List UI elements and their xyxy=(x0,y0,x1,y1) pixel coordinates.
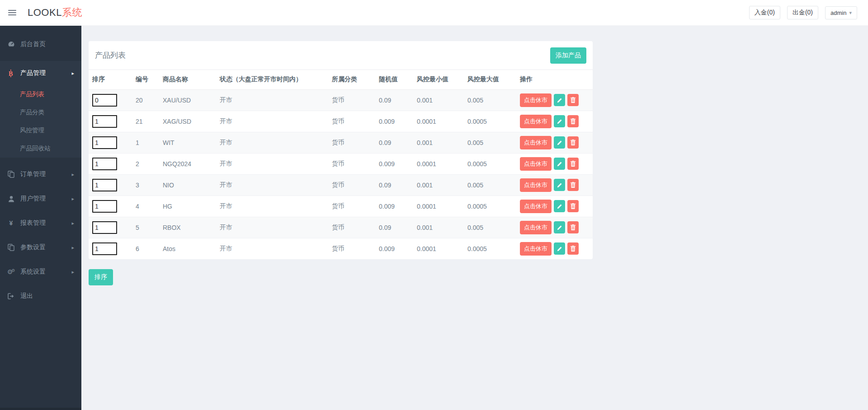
gears-icon: ⚙⚙ xyxy=(7,269,15,275)
sidebar-item-label: 退出 xyxy=(20,292,33,300)
user-menu[interactable]: admin ▾ xyxy=(825,6,857,19)
sidebar-item-label: 报表管理 xyxy=(20,219,46,227)
sort-input[interactable] xyxy=(92,158,117,170)
sort-input[interactable] xyxy=(92,94,117,107)
product-category: 货币 xyxy=(328,196,375,217)
edit-button[interactable] xyxy=(554,242,565,255)
row-actions: 点击休市 xyxy=(520,175,589,196)
caret-right-icon: ▸ xyxy=(71,196,74,202)
edit-button[interactable] xyxy=(554,200,565,212)
product-category: 货币 xyxy=(328,111,375,132)
sidebar-item-product-category[interactable]: 产品分类 xyxy=(0,103,81,121)
menu-toggle-icon[interactable] xyxy=(8,9,16,17)
sidebar-item-product-recycle[interactable]: 产品回收站 xyxy=(0,140,81,158)
sidebar-item-dashboard[interactable]: 后台首页 xyxy=(0,32,81,56)
delete-button[interactable] xyxy=(567,179,579,191)
deposit-button[interactable]: 入金(0) xyxy=(749,6,780,19)
caret-right-icon: ▸ xyxy=(71,220,74,226)
bitcoin-icon: B xyxy=(7,70,15,77)
risk-min-value: 0.001 xyxy=(413,174,464,196)
trash-icon xyxy=(571,118,576,124)
delete-button[interactable] xyxy=(567,158,579,170)
product-name: HG xyxy=(159,196,216,217)
row-actions: 点击休市 xyxy=(520,90,589,111)
random-value: 0.009 xyxy=(375,111,413,132)
sort-input[interactable] xyxy=(92,200,117,213)
edit-button[interactable] xyxy=(554,221,565,233)
header-actions: 入金(0) 出金(0) admin ▾ xyxy=(749,6,857,19)
random-value: 0.09 xyxy=(375,174,413,196)
delete-button[interactable] xyxy=(567,94,579,106)
sidebar-item-product-management[interactable]: B 产品管理 ▸ xyxy=(0,61,81,85)
sort-input[interactable] xyxy=(92,179,117,191)
sidebar-item-label: 产品管理 xyxy=(20,69,46,77)
pencil-icon xyxy=(557,204,562,209)
delete-button[interactable] xyxy=(567,115,579,127)
sidebar-item-product-list[interactable]: 产品列表 xyxy=(0,85,81,103)
risk-min-value: 0.001 xyxy=(413,132,464,153)
risk-max-value: 0.0005 xyxy=(464,196,516,217)
sidebar-item-orders[interactable]: 订单管理 ▸ xyxy=(0,162,81,186)
sort-input[interactable] xyxy=(92,242,117,255)
trash-icon xyxy=(571,140,576,145)
risk-max-value: 0.0005 xyxy=(464,153,516,174)
sidebar: 后台首页 B 产品管理 ▸ 产品列表 产品分类 风控管理 产品回收站 xyxy=(0,26,81,410)
trash-icon xyxy=(571,203,576,209)
table-row: 6 Atos 开市 货币 0.009 0.0001 0.0005 点击休市 xyxy=(89,238,593,259)
trash-icon xyxy=(571,182,576,188)
product-id: 20 xyxy=(132,89,159,111)
toggle-market-button[interactable]: 点击休市 xyxy=(520,178,552,192)
sidebar-item-risk-management[interactable]: 风控管理 xyxy=(0,121,81,140)
col-header-random: 随机值 xyxy=(375,70,413,89)
pencil-icon xyxy=(557,98,562,103)
product-id: 1 xyxy=(132,132,159,153)
row-actions: 点击休市 xyxy=(520,132,589,153)
toggle-market-button[interactable]: 点击休市 xyxy=(520,200,552,213)
edit-button[interactable] xyxy=(554,136,565,149)
sort-input[interactable] xyxy=(92,115,117,128)
sort-input[interactable] xyxy=(92,221,117,234)
product-status: 开市 xyxy=(216,238,328,259)
risk-max-value: 0.005 xyxy=(464,217,516,238)
toggle-market-button[interactable]: 点击休市 xyxy=(520,221,552,234)
edit-button[interactable] xyxy=(554,158,565,170)
trash-icon xyxy=(571,97,576,103)
toggle-market-button[interactable]: 点击休市 xyxy=(520,115,552,128)
sidebar-item-system-settings[interactable]: ⚙⚙ 系统设置 ▸ xyxy=(0,260,81,284)
product-category: 货币 xyxy=(328,89,375,111)
delete-button[interactable] xyxy=(567,200,579,212)
col-header-name: 商品名称 xyxy=(159,70,216,89)
delete-button[interactable] xyxy=(567,242,579,255)
toggle-market-button[interactable]: 点击休市 xyxy=(520,136,552,149)
product-status: 开市 xyxy=(216,89,328,111)
sidebar-item-parameters[interactable]: 参数设置 ▸ xyxy=(0,235,81,260)
toggle-market-button[interactable]: 点击休市 xyxy=(520,242,552,256)
sidebar-item-label: 后台首页 xyxy=(20,40,46,48)
withdraw-button[interactable]: 出金(0) xyxy=(787,6,818,19)
sidebar-item-users[interactable]: 用户管理 ▸ xyxy=(0,186,81,211)
edit-button[interactable] xyxy=(554,94,565,106)
toggle-market-button[interactable]: 点击休市 xyxy=(520,93,552,107)
risk-min-value: 0.0001 xyxy=(413,153,464,174)
dashboard-icon xyxy=(7,41,15,48)
product-id: 5 xyxy=(132,217,159,238)
top-header: LOOKL系统 入金(0) 出金(0) admin ▾ xyxy=(0,0,868,26)
edit-button[interactable] xyxy=(554,115,565,127)
sidebar-item-reports[interactable]: ¥ 报表管理 ▸ xyxy=(0,211,81,235)
product-status: 开市 xyxy=(216,153,328,174)
sort-button[interactable]: 排序 xyxy=(89,269,113,285)
product-status: 开市 xyxy=(216,217,328,238)
product-table-body: 20 XAU/USD 开市 货币 0.09 0.001 0.005 点击休市 xyxy=(89,89,593,259)
col-header-risk-min: 风控最小值 xyxy=(413,70,464,89)
sidebar-item-logout[interactable]: 退出 xyxy=(0,284,81,308)
table-row: 2 NGQ2024 开市 货币 0.009 0.0001 0.0005 点击休市 xyxy=(89,153,593,174)
toggle-market-button[interactable]: 点击休市 xyxy=(520,157,552,171)
delete-button[interactable] xyxy=(567,221,579,233)
product-table: 排序 编号 商品名称 状态（大盘正常开市时间内） 所属分类 随机值 风控最小值 … xyxy=(89,70,593,259)
add-product-button[interactable]: 添加产品 xyxy=(550,47,586,64)
edit-button[interactable] xyxy=(554,179,565,191)
delete-button[interactable] xyxy=(567,136,579,149)
table-row: 3 NIO 开市 货币 0.09 0.001 0.005 点击休市 xyxy=(89,174,593,196)
app-logo: LOOKL系统 xyxy=(28,6,82,19)
sort-input[interactable] xyxy=(92,136,117,149)
